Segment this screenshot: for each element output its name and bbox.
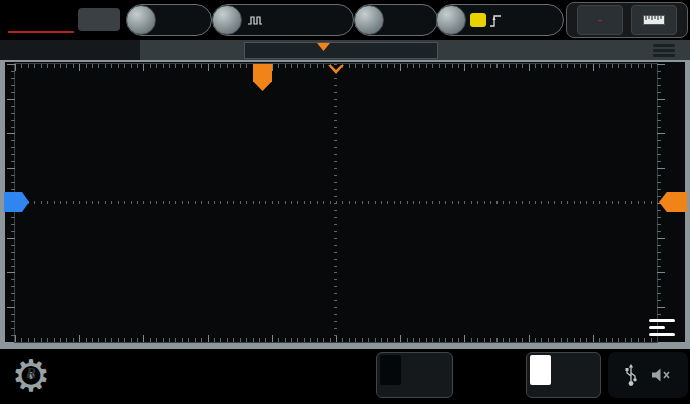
rising-edge-icon: [489, 14, 502, 27]
measure-button[interactable]: [631, 5, 677, 35]
rigol-logo-underline: [8, 31, 74, 33]
delay-settings-button[interactable]: [354, 4, 438, 36]
bottom-status-bar: ⚙ R: [0, 349, 690, 404]
acquisition-settings-button[interactable]: [212, 4, 354, 36]
speaker-muted-icon[interactable]: [650, 367, 672, 383]
utility-block: [608, 352, 688, 398]
graticule: [14, 63, 658, 343]
rigol-gear-logo[interactable]: ⚙ R: [8, 352, 54, 398]
stop-run-button[interactable]: [577, 5, 623, 35]
header-bar: [0, 0, 690, 40]
stop-label: [598, 20, 602, 21]
acquisition-icon[interactable]: [212, 5, 242, 35]
overview-sine-icon: [245, 43, 437, 58]
gear-r-letter: R: [8, 365, 54, 382]
acquisition-status-badge: [78, 8, 120, 31]
waveform-traces: [15, 64, 657, 342]
horizontal-settings-button[interactable]: [126, 4, 212, 36]
waveform-overview-strip[interactable]: [244, 42, 438, 59]
tab-waveform-view[interactable]: [0, 40, 140, 60]
trigger-settings-button[interactable]: [436, 4, 564, 36]
grid-menu-icon[interactable]: [649, 319, 685, 345]
oscilloscope-screen: ⚙ R: [0, 0, 690, 404]
horizontal-icon[interactable]: [126, 5, 156, 35]
quick-controls-group: [566, 2, 688, 38]
digital-label: [380, 355, 401, 385]
delay-icon[interactable]: [354, 5, 384, 35]
tabbar-menu-icon[interactable]: [653, 44, 675, 59]
math-block[interactable]: [526, 352, 601, 398]
pulse-norm-icon: [247, 15, 263, 26]
digital-channels-block[interactable]: [376, 352, 453, 398]
ruler-icon: [643, 15, 665, 25]
trigger-icon[interactable]: [436, 5, 466, 35]
math-label: [530, 355, 551, 385]
trigger-source-badge: [470, 13, 486, 27]
tab-bar: [0, 40, 690, 60]
usb-icon[interactable]: [624, 363, 638, 387]
